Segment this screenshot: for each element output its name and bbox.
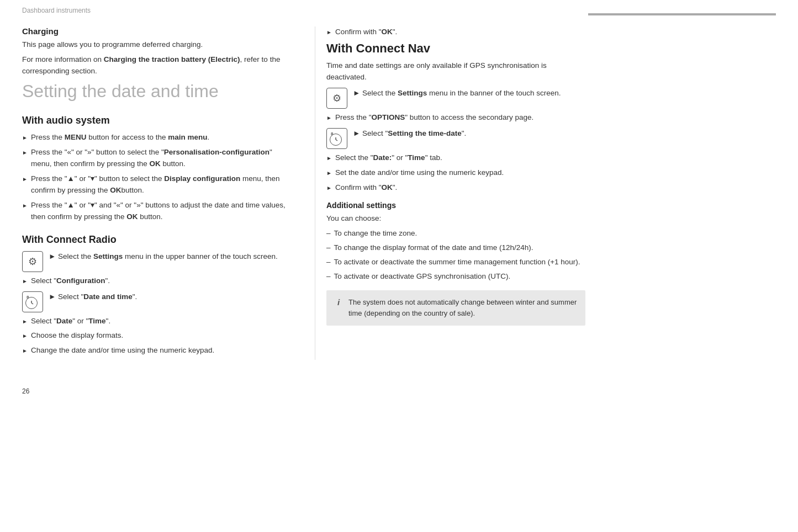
svg-line-3 bbox=[336, 140, 337, 141]
charging-p2: For more information on Charging the tra… bbox=[22, 54, 293, 77]
left-column: Charging This page allows you to program… bbox=[22, 26, 293, 360]
section-title: Setting the date and time bbox=[22, 81, 293, 102]
additional-item-2: – To change the display format of the da… bbox=[326, 242, 585, 254]
additional-heading: Additional settings bbox=[326, 201, 585, 210]
audio-bullet-4-text: Press the "▲" or "▾" and "«" or "»" butt… bbox=[31, 200, 293, 223]
connect-nav-clock-circle bbox=[330, 134, 342, 146]
connect-nav-intro: Time and date settings are only availabl… bbox=[326, 60, 585, 83]
dash-3: – bbox=[326, 257, 331, 268]
additional-item-1-text: To change the time zone. bbox=[334, 228, 418, 240]
charging-heading: Charging bbox=[22, 26, 293, 36]
additional-item-1: – To change the time zone. bbox=[326, 228, 585, 240]
additional-item-4: – To activate or deactivate GPS synchron… bbox=[326, 271, 585, 283]
clock-icon-box: 8 bbox=[22, 291, 43, 312]
connect-nav-bullet-2-text: Select the "Date:" or "Time" tab. bbox=[335, 152, 585, 164]
charging-p2-prefix: For more information on bbox=[22, 55, 104, 63]
info-box-text: The system does not automatically change… bbox=[348, 297, 578, 319]
connect-nav-timedate-text: ► Select "Setting the time-date". bbox=[353, 128, 585, 140]
top-bar: Dashboard instruments bbox=[0, 0, 798, 15]
connect-nav-clock-icon: 8 bbox=[330, 131, 344, 146]
connect-radio-bullet-1-text: Select "Configuration". bbox=[31, 275, 293, 287]
connect-nav-clock-icon-box: 8 bbox=[326, 128, 347, 149]
connect-radio-bullet-1: ► Select "Configuration". bbox=[22, 275, 293, 287]
dash-1: – bbox=[326, 228, 331, 240]
connect-radio-bullet-2-text: Select "Date" or "Time". bbox=[31, 316, 293, 327]
connect-radio-gear-row: ⚙ ► Select the Settings menu in the uppe… bbox=[22, 251, 293, 272]
bullet-arrow-cr-1: ► bbox=[22, 277, 28, 286]
dash-2: – bbox=[326, 242, 331, 254]
bullet-arrow-4: ► bbox=[22, 201, 28, 210]
connect-radio-heading: With Connect Radio bbox=[22, 234, 293, 246]
audio-bullet-2: ► Press the "«" or "»" button to select … bbox=[22, 147, 293, 170]
connect-radio-bullet-4: ► Change the date and/or time using the … bbox=[22, 345, 293, 357]
connect-nav-gear-icon: ⚙ bbox=[332, 92, 341, 104]
gear-icon-box: ⚙ bbox=[22, 251, 43, 272]
dash-4: – bbox=[326, 271, 331, 283]
bullet-arrow-cr-4: ► bbox=[22, 347, 28, 355]
connect-nav-bullet-4: ► Confirm with "OK". bbox=[326, 182, 585, 194]
bullet-arrow-2: ► bbox=[22, 148, 28, 157]
connect-nav-bullet-4-text: Confirm with "OK". bbox=[335, 182, 585, 194]
connect-radio-bullet-4-text: Change the date and/or time using the nu… bbox=[31, 345, 293, 357]
bullet-arrow-cn-4: ► bbox=[326, 184, 332, 193]
svg-line-1 bbox=[31, 303, 33, 304]
charging-p1: This page allows you to programme deferr… bbox=[22, 39, 293, 51]
charging-p2-bold: Charging the traction battery (Electric) bbox=[104, 55, 240, 63]
right-confirm-text: Confirm with "OK". bbox=[335, 26, 585, 38]
bullet-arrow-r-confirm: ► bbox=[326, 28, 332, 37]
additional-p: You can choose: bbox=[326, 213, 585, 225]
additional-item-3-text: To activate or deactivate the summer tim… bbox=[334, 257, 580, 268]
clock-icon: 8 bbox=[25, 295, 40, 309]
bullet-arrow-cn-3: ► bbox=[326, 169, 332, 178]
bullet-arrow-cn-1: ► bbox=[326, 114, 332, 123]
right-column: ► Confirm with "OK". With Connect Nav Ti… bbox=[315, 26, 585, 360]
page-number: 26 bbox=[0, 382, 798, 401]
additional-item-3: – To activate or deactivate the summer t… bbox=[326, 257, 585, 268]
bullet-arrow-cr-3: ► bbox=[22, 332, 28, 341]
connect-nav-settings-text: ► Select the Settings menu in the banner… bbox=[353, 88, 585, 99]
connect-nav-gear-icon-box: ⚙ bbox=[326, 88, 347, 109]
audio-heading: With audio system bbox=[22, 115, 293, 126]
audio-bullet-3-text: Press the "▲" or "▾" button to select th… bbox=[31, 173, 293, 196]
bullet-arrow-3: ► bbox=[22, 175, 28, 184]
gear-icon: ⚙ bbox=[28, 256, 37, 268]
connect-radio-bullet-3-text: Choose the display formats. bbox=[31, 330, 293, 342]
connect-radio-bullet-3: ► Choose the display formats. bbox=[22, 330, 293, 342]
connect-nav-bullet-2: ► Select the "Date:" or "Time" tab. bbox=[326, 152, 585, 164]
connect-nav-gear-row: ⚙ ► Select the Settings menu in the bann… bbox=[326, 88, 585, 109]
connect-nav-clock-hands-svg bbox=[332, 136, 340, 143]
connect-radio-section: With Connect Radio ⚙ ► Select the Settin… bbox=[22, 234, 293, 357]
connect-nav-heading: With Connect Nav bbox=[326, 41, 585, 56]
page: Dashboard instruments Charging This page… bbox=[0, 0, 798, 401]
clock-circle bbox=[25, 297, 38, 309]
connect-radio-clock-row: 8 ► Select "Date and time". bbox=[22, 291, 293, 312]
right-confirm-bullet: ► Confirm with "OK". bbox=[326, 26, 585, 38]
additional-item-2-text: To change the display format of the date… bbox=[334, 242, 533, 254]
info-box: i The system does not automatically chan… bbox=[326, 290, 585, 326]
content: Charging This page allows you to program… bbox=[0, 15, 798, 382]
connect-nav-bullet-1: ► Press the "OPTIONS" button to access t… bbox=[326, 112, 585, 124]
audio-bullet-3: ► Press the "▲" or "▾" button to select … bbox=[22, 173, 293, 196]
connect-nav-clock-row: 8 ► Select "Setting the time-date". bbox=[326, 128, 585, 149]
connect-radio-datetime-text: ► Select "Date and time". bbox=[49, 291, 293, 303]
additional-item-4-text: To activate or deactivate GPS synchronis… bbox=[334, 271, 511, 283]
bullet-arrow-cr-2: ► bbox=[22, 317, 28, 326]
connect-radio-bullet-2: ► Select "Date" or "Time". bbox=[22, 316, 293, 327]
connect-nav-bullet-3-text: Set the date and/or time using the numer… bbox=[335, 167, 585, 179]
audio-bullet-1: ► Press the MENU button for access to th… bbox=[22, 132, 293, 143]
connect-radio-settings-text: ► Select the Settings menu in the upper … bbox=[49, 251, 293, 263]
connect-nav-bullet-3: ► Set the date and/or time using the num… bbox=[326, 167, 585, 179]
audio-bullet-4: ► Press the "▲" or "▾" and "«" or "»" bu… bbox=[22, 200, 293, 223]
bullet-arrow-cn-2: ► bbox=[326, 154, 332, 163]
audio-bullet-2-text: Press the "«" or "»" button to select th… bbox=[31, 147, 293, 170]
audio-bullet-1-text: Press the MENU button for access to the … bbox=[31, 132, 293, 143]
breadcrumb: Dashboard instruments bbox=[22, 7, 588, 14]
clock-hands-svg bbox=[28, 299, 35, 307]
connect-nav-bullet-1-text: Press the "OPTIONS" button to access the… bbox=[335, 112, 585, 124]
bullet-arrow-1: ► bbox=[22, 134, 28, 142]
info-icon: i bbox=[334, 297, 343, 307]
